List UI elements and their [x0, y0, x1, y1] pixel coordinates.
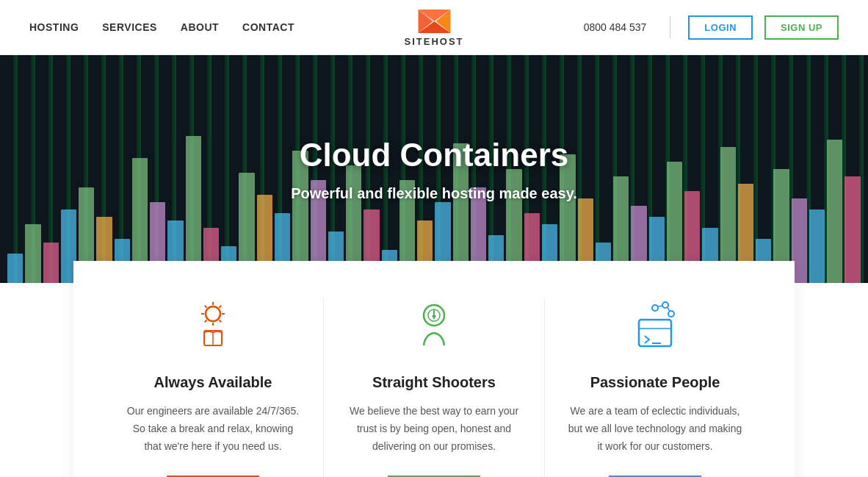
card-2-desc: We believe the best way to earn your tru…	[346, 403, 522, 455]
svg-marker-18	[432, 315, 436, 320]
svg-line-25	[657, 306, 663, 306]
hero-section: Cloud Containers Powerful and flexible h…	[0, 55, 868, 283]
nav-hosting[interactable]: HOSTING	[29, 21, 79, 33]
nav-right: 0800 484 537 LOGIN SIGN UP	[584, 15, 839, 40]
hero-content: Cloud Containers Powerful and flexible h…	[291, 137, 577, 202]
card-straight-shooters: Straight Shooters We believe the best wa…	[324, 298, 544, 477]
always-available-icon	[184, 298, 242, 356]
header-divider	[670, 16, 670, 38]
hero-title: Cloud Containers	[291, 137, 577, 173]
site-header: HOSTING SERVICES ABOUT CONTACT SITEHOST …	[0, 0, 868, 55]
nav-contact[interactable]: CONTACT	[242, 21, 294, 33]
nav-about[interactable]: ABOUT	[181, 21, 219, 33]
card-passionate-people: Passionate People We are a team of eclec…	[545, 298, 765, 477]
cards-section: Always Available Our engineers are avail…	[0, 283, 868, 477]
svg-point-23	[662, 302, 668, 308]
logo-icon	[416, 8, 452, 35]
svg-rect-19	[639, 320, 671, 346]
card-always-available: Always Available Our engineers are avail…	[103, 298, 323, 477]
phone-number: 0800 484 537	[584, 21, 647, 33]
card-1-desc: Our engineers are available 24/7/365. So…	[125, 403, 301, 455]
logo-text: SITEHOST	[404, 36, 463, 47]
svg-point-22	[652, 305, 658, 311]
svg-point-24	[668, 311, 674, 317]
hero-subtitle: Powerful and flexible hosting made easy.	[291, 185, 577, 202]
passionate-people-icon	[626, 298, 684, 356]
nav-left: HOSTING SERVICES ABOUT CONTACT	[29, 21, 294, 33]
svg-point-4	[206, 306, 220, 321]
straight-shooters-icon	[405, 298, 463, 356]
logo[interactable]: SITEHOST	[404, 8, 463, 47]
nav-services[interactable]: SERVICES	[102, 21, 157, 33]
svg-line-26	[668, 307, 670, 312]
card-3-desc: We are a team of eclectic individuals, b…	[567, 403, 743, 455]
svg-line-9	[205, 306, 207, 308]
card-3-title: Passionate People	[590, 374, 720, 391]
svg-line-11	[220, 306, 222, 308]
svg-line-12	[205, 320, 207, 323]
card-1-title: Always Available	[154, 374, 272, 391]
signup-button[interactable]: SIGN UP	[764, 15, 839, 40]
card-2-title: Straight Shooters	[372, 374, 496, 391]
svg-line-10	[220, 320, 222, 323]
cards-wrapper: Always Available Our engineers are avail…	[73, 261, 795, 477]
login-button[interactable]: LOGIN	[688, 15, 753, 40]
